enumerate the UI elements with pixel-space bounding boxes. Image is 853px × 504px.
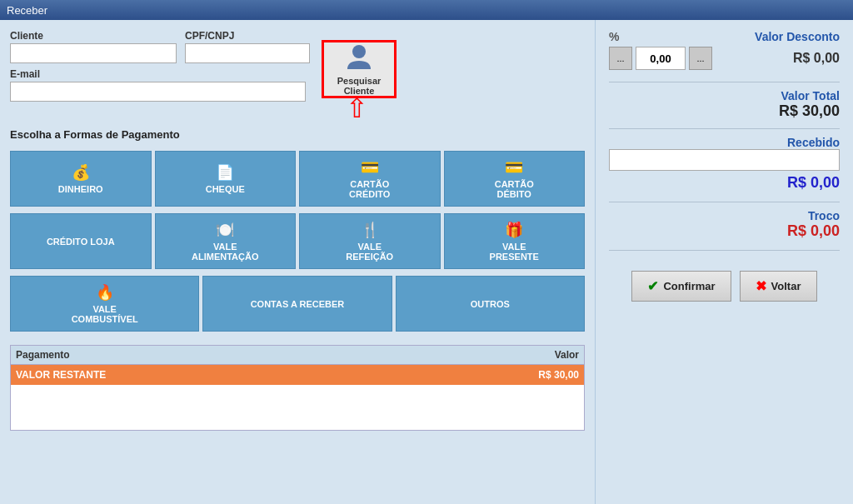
recebido-label: Recebido <box>609 136 840 149</box>
action-buttons: ✔ Confirmar ✖ Voltar <box>609 271 840 302</box>
cartao-debito-icon: 💳 <box>505 158 523 177</box>
row-pagamento: VALOR RESTANTE <box>16 369 106 381</box>
vale-alimentacao-icon: 🍽️ <box>216 221 234 239</box>
btn-vale-refeicao[interactable]: 🍴 VALEREFEIÇÃO <box>299 213 441 269</box>
vale-alimentacao-label: VALEALIMENTAÇÃO <box>192 242 258 262</box>
col-valor: Valor <box>555 349 579 361</box>
table-body: VALOR RESTANTE R$ 30,00 <box>10 364 585 431</box>
confirmar-label: Confirmar <box>663 280 715 292</box>
cheque-icon: 📄 <box>216 163 234 182</box>
valor-desconto-label: Valor Desconto <box>755 30 840 43</box>
vale-combustivel-label: VALECOMBUSTÍVEL <box>72 304 138 324</box>
valor-desconto-value: R$ 0,00 <box>793 51 840 66</box>
title-bar-label: Receber <box>7 4 47 17</box>
confirmar-check-icon: ✔ <box>647 278 658 294</box>
vale-combustivel-icon: 🔥 <box>96 283 114 302</box>
discount-btn-right[interactable]: ... <box>689 47 712 70</box>
email-label: E-mail <box>10 68 306 80</box>
vale-presente-label: VALEPRESENTE <box>490 242 539 262</box>
percent-value-input[interactable] <box>636 47 686 70</box>
btn-dinheiro[interactable]: 💰 DINHEIRO <box>10 151 152 207</box>
cartao-debito-label: CARTÃODÉBITO <box>495 179 534 199</box>
btn-cheque[interactable]: 📄 CHEQUE <box>155 151 297 207</box>
cartao-credito-icon: 💳 <box>361 158 379 177</box>
percent-label: % <box>609 30 619 43</box>
table-row: VALOR RESTANTE R$ 30,00 <box>11 365 584 385</box>
troco-label: Troco <box>609 209 840 222</box>
credito-loja-label: CRÉDITO LOJA <box>47 237 115 247</box>
cliente-input[interactable] <box>10 43 177 63</box>
valor-total-value: R$ 30,00 <box>609 102 840 120</box>
col-pagamento: Pagamento <box>16 349 70 361</box>
divider-2 <box>609 128 840 129</box>
dinheiro-label: DINHEIRO <box>58 184 103 194</box>
pesquisar-cliente-button[interactable]: PesquisarCliente <box>322 40 397 98</box>
discount-controls: ... ... <box>609 47 712 70</box>
troco-value: R$ 0,00 <box>609 222 840 240</box>
voltar-x-icon: ✖ <box>756 278 766 294</box>
svg-point-0 <box>352 45 366 58</box>
voltar-button[interactable]: ✖ Voltar <box>740 271 817 302</box>
btn-contas-receber[interactable]: CONTAS A RECEBER <box>202 276 392 332</box>
table-header: Pagamento Valor <box>10 345 585 364</box>
valor-total-label: Valor Total <box>609 89 840 102</box>
divider-3 <box>609 202 840 202</box>
cartao-credito-label: CARTÃOCRÉDITO <box>349 179 390 199</box>
cliente-label: Cliente <box>10 30 177 42</box>
divider-1 <box>609 82 840 82</box>
email-input[interactable] <box>10 82 306 102</box>
divider-4 <box>609 250 840 251</box>
recebido-value: R$ 0,00 <box>609 174 840 192</box>
cpf-input[interactable] <box>185 43 310 63</box>
vale-refeicao-icon: 🍴 <box>361 221 379 239</box>
recebido-input[interactable] <box>609 149 840 171</box>
arrow-up-icon: ⇧ <box>346 95 368 122</box>
vale-presente-icon: 🎁 <box>505 221 523 239</box>
btn-cartao-credito[interactable]: 💳 CARTÃOCRÉDITO <box>299 151 441 207</box>
btn-cartao-debito[interactable]: 💳 CARTÃODÉBITO <box>444 151 586 207</box>
btn-vale-combustivel[interactable]: 🔥 VALECOMBUSTÍVEL <box>10 276 199 332</box>
row-valor: R$ 30,00 <box>538 369 579 381</box>
person-search-icon <box>344 42 374 72</box>
payment-section-title: Escolha a Formas de Pagamento <box>10 128 585 141</box>
btn-vale-presente[interactable]: 🎁 VALEPRESENTE <box>444 213 586 269</box>
btn-credito-loja[interactable]: CRÉDITO LOJA <box>10 213 152 269</box>
cheque-label: CHEQUE <box>206 184 245 194</box>
confirmar-button[interactable]: ✔ Confirmar <box>631 271 731 302</box>
dinheiro-icon: 💰 <box>72 163 90 182</box>
cpf-label: CPF/CNPJ <box>185 30 310 42</box>
vale-refeicao-label: VALEREFEIÇÃO <box>346 242 393 262</box>
voltar-label: Voltar <box>771 280 801 292</box>
contas-receber-label: CONTAS A RECEBER <box>251 299 345 309</box>
btn-outros[interactable]: OUTROS <box>396 276 585 332</box>
discount-btn-left[interactable]: ... <box>609 47 632 70</box>
outros-label: OUTROS <box>471 299 510 309</box>
btn-vale-alimentacao[interactable]: 🍽️ VALEALIMENTAÇÃO <box>155 213 297 269</box>
